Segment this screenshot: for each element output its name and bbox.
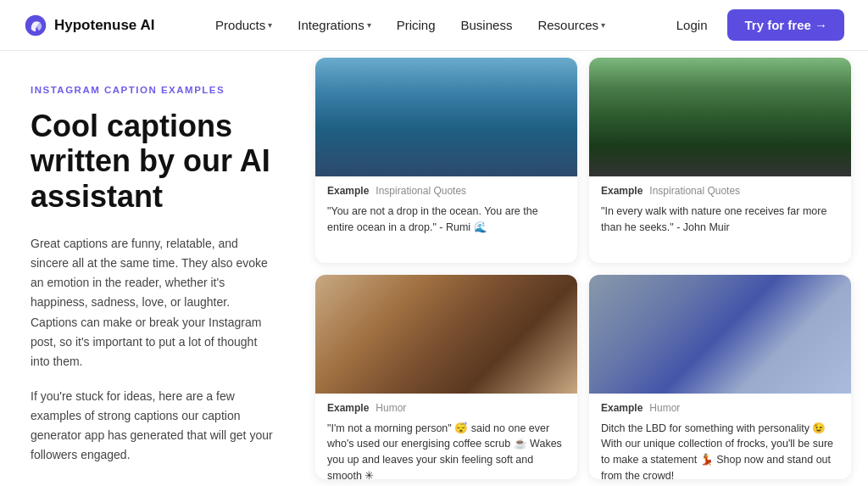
nav-resources[interactable]: Resources ▾ bbox=[527, 13, 615, 37]
card-1-text: "You are not a drop in the ocean. You ar… bbox=[327, 204, 565, 236]
chevron-down-icon: ▾ bbox=[367, 20, 371, 30]
card-4-image bbox=[589, 275, 851, 394]
nav-right: Login Try for free → bbox=[666, 9, 844, 41]
nav-links: Products ▾ Integrations ▾ Pricing Busine… bbox=[205, 13, 615, 37]
card-2-category: Inspirational Quotes bbox=[649, 185, 740, 197]
card-1-example-label: Example bbox=[327, 185, 369, 197]
card-4: Example Humor Ditch the LBD for somethin… bbox=[589, 275, 851, 480]
card-3-text: "I'm not a morning person" 😴 said no one… bbox=[327, 421, 565, 480]
nav-integrations[interactable]: Integrations ▾ bbox=[287, 13, 381, 37]
main-content: INSTAGRAM CAPTION EXAMPLES Cool captions… bbox=[0, 51, 868, 486]
logo-text: Hypotenuse AI bbox=[54, 17, 154, 34]
card-1-meta: Example Inspirational Quotes bbox=[327, 185, 565, 197]
login-button[interactable]: Login bbox=[666, 13, 718, 37]
description-para2: If you're stuck for ideas, here are a fe… bbox=[31, 387, 275, 465]
card-4-example-label: Example bbox=[601, 402, 643, 414]
chevron-down-icon: ▾ bbox=[601, 20, 605, 30]
card-3-image bbox=[315, 275, 577, 394]
logo-icon bbox=[24, 14, 47, 37]
card-1-category: Inspirational Quotes bbox=[376, 185, 466, 197]
nav-business[interactable]: Business bbox=[451, 13, 523, 37]
card-2-text: "In every walk with nature one receives … bbox=[601, 204, 839, 236]
card-1-body: Example Inspirational Quotes "You are no… bbox=[315, 176, 577, 263]
card-2-example-label: Example bbox=[601, 185, 643, 197]
left-panel: INSTAGRAM CAPTION EXAMPLES Cool captions… bbox=[0, 51, 305, 486]
card-4-text: Ditch the LBD for something with persona… bbox=[601, 421, 839, 480]
card-1-image bbox=[315, 58, 577, 176]
navbar: Hypotenuse AI Products ▾ Integrations ▾ … bbox=[0, 0, 868, 51]
main-heading: Cool captions written by our AI assistan… bbox=[31, 109, 275, 214]
description-para1: Great captions are funny, relatable, and… bbox=[31, 234, 275, 371]
chevron-down-icon: ▾ bbox=[268, 20, 272, 30]
card-4-body: Example Humor Ditch the LBD for somethin… bbox=[589, 394, 851, 480]
cards-grid: Example Inspirational Quotes "You are no… bbox=[315, 58, 851, 479]
card-4-category: Humor bbox=[649, 402, 680, 414]
card-3-category: Humor bbox=[376, 402, 406, 414]
card-2-body: Example Inspirational Quotes "In every w… bbox=[589, 176, 851, 263]
card-2-image bbox=[589, 58, 851, 176]
card-3-body: Example Humor "I'm not a morning person"… bbox=[315, 394, 577, 480]
card-1: Example Inspirational Quotes "You are no… bbox=[315, 58, 577, 263]
try-for-free-button[interactable]: Try for free → bbox=[727, 9, 844, 41]
right-panel: Example Inspirational Quotes "You are no… bbox=[305, 51, 868, 486]
card-2-meta: Example Inspirational Quotes bbox=[601, 185, 839, 197]
logo[interactable]: Hypotenuse AI bbox=[24, 14, 154, 37]
card-3-meta: Example Humor bbox=[327, 402, 565, 414]
section-label: INSTAGRAM CAPTION EXAMPLES bbox=[31, 85, 275, 95]
card-2: Example Inspirational Quotes "In every w… bbox=[589, 58, 851, 263]
nav-pricing[interactable]: Pricing bbox=[387, 13, 446, 37]
card-3-example-label: Example bbox=[327, 402, 369, 414]
card-3: Example Humor "I'm not a morning person"… bbox=[315, 275, 577, 480]
nav-products[interactable]: Products ▾ bbox=[205, 13, 282, 37]
card-4-meta: Example Humor bbox=[601, 402, 839, 414]
